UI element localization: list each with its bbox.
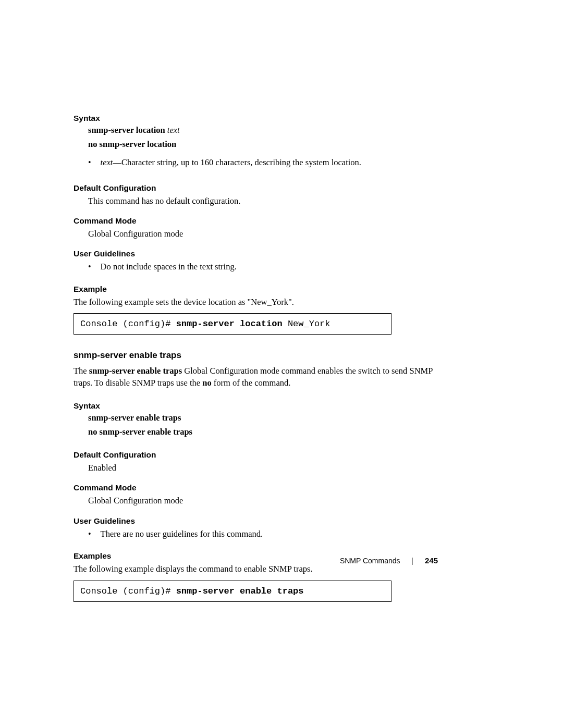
chapter-name: SNMP Commands [340,557,400,565]
page-content: Syntax snmp-server location text no snmp… [74,114,438,602]
user-guidelines-heading: User Guidelines [74,249,438,258]
separator-icon: | [411,557,413,565]
default-config-heading: Default Configuration [74,183,438,193]
example-intro: The following example sets the device lo… [74,296,438,308]
page-number: 245 [425,556,438,565]
bullet-icon: • [88,528,91,540]
bullet-icon: • [88,261,91,273]
command-mode-text: Global Configuration mode [88,495,438,507]
syntax-heading: Syntax [74,114,438,123]
default-config-heading: Default Configuration [74,450,438,460]
command-mode-heading: Command Mode [74,483,438,492]
example-heading: Example [74,285,438,294]
bullet-item: • text—Character string, up to 160 chara… [74,156,438,169]
bullet-item: • Do not include spaces in the text stri… [74,261,438,273]
syntax-line: no snmp-server location [88,139,438,150]
command-mode-text: Global Configuration mode [88,228,438,240]
bullet-icon: • [88,156,91,169]
default-config-text: This command has no default configuratio… [88,195,438,207]
syntax-line: snmp-server enable traps [88,413,438,423]
code-example: Console (config)# snmp-server location N… [74,313,391,335]
command-mode-heading: Command Mode [74,216,438,226]
bullet-item: • There are no user guidelines for this … [74,528,438,540]
default-config-text: Enabled [88,462,438,474]
code-example: Console (config)# snmp-server enable tra… [74,581,391,602]
page-footer: SNMP Commands | 245 [0,556,563,565]
section-title: snmp-server enable traps [74,350,438,361]
syntax-line: no snmp-server enable traps [88,427,438,437]
syntax-heading: Syntax [74,401,438,411]
user-guidelines-heading: User Guidelines [74,516,438,526]
section-description: The snmp-server enable traps Global Conf… [74,365,438,389]
syntax-line: snmp-server location text [88,125,438,135]
